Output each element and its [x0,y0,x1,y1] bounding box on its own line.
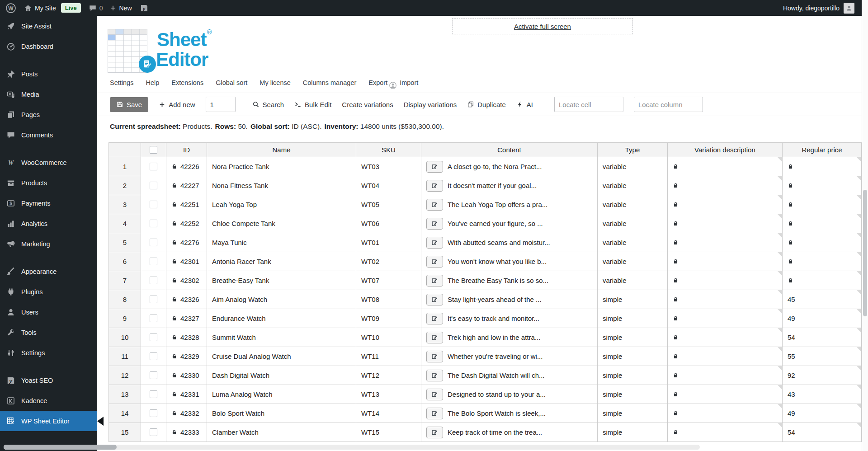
content-cell[interactable]: Whether you're traveling or wi... [421,347,598,366]
row-number[interactable]: 13 [108,385,141,404]
id-cell[interactable]: 42331 [166,385,207,404]
regular-price-cell[interactable]: 49 [783,404,862,423]
open-content-editor-button[interactable] [426,427,443,438]
type-cell[interactable]: variable [598,195,668,214]
variation-description-cell[interactable] [668,328,783,347]
row-checkbox[interactable] [150,258,157,265]
variation-description-cell[interactable] [668,404,783,423]
menu-item-help[interactable]: Help [146,79,159,86]
open-content-editor-button[interactable] [426,218,443,230]
activate-fullscreen-link[interactable]: Activate full screen [514,23,571,30]
sidebar-item-marketing[interactable]: Marketing [0,234,97,254]
id-cell[interactable]: 42226 [166,157,207,176]
row-checkbox[interactable] [150,409,157,417]
row-checkbox[interactable] [150,163,157,170]
type-cell[interactable]: simple [598,309,668,328]
sku-cell[interactable]: WT04 [356,176,421,195]
variation-description-cell[interactable] [668,290,783,309]
id-cell[interactable]: 42301 [166,252,207,271]
row-number[interactable]: 11 [108,347,141,366]
rows-count-input[interactable] [206,97,236,112]
row-checkbox[interactable] [150,371,157,379]
id-cell[interactable]: 42327 [166,309,207,328]
sidebar-item-yoast-seo[interactable]: Yoast SEO [0,370,97,390]
duplicate-button[interactable]: Duplicate [467,101,506,108]
variation-description-cell[interactable] [668,309,783,328]
yoast-badge-icon[interactable] [140,4,149,13]
id-cell[interactable]: 42326 [166,290,207,309]
type-cell[interactable]: simple [598,290,668,309]
locate-column-input[interactable] [634,97,703,112]
open-content-editor-button[interactable] [426,370,443,381]
menu-item-global-sort[interactable]: Global sort [216,79,247,86]
open-content-editor-button[interactable] [426,275,443,287]
row-number[interactable]: 10 [108,328,141,347]
sidebar-item-posts[interactable]: Posts [0,64,97,84]
regular-price-cell[interactable]: 92 [783,366,862,385]
sku-cell[interactable]: WT06 [356,214,421,233]
type-cell[interactable]: simple [598,366,668,385]
sidebar-item-site-assist[interactable]: Site Assist [0,16,97,36]
sku-cell[interactable]: WT12 [356,366,421,385]
sku-cell[interactable]: WT13 [356,385,421,404]
sidebar-item-appearance[interactable]: Appearance [0,261,97,282]
sidebar-item-media[interactable]: Media [0,84,97,104]
row-checkbox[interactable] [150,182,157,189]
open-content-editor-button[interactable] [426,332,443,343]
row-number[interactable]: 12 [108,366,141,385]
id-cell[interactable]: 42251 [166,195,207,214]
wordpress-icon[interactable] [5,3,16,14]
open-content-editor-button[interactable] [426,199,443,211]
sidebar-item-kadence[interactable]: Kadence [0,390,97,411]
type-cell[interactable]: variable [598,271,668,290]
menu-item-import[interactable]: Import [400,79,418,86]
id-cell[interactable]: 42329 [166,347,207,366]
regular-price-cell[interactable] [783,214,862,233]
variation-description-cell[interactable] [668,214,783,233]
row-number[interactable]: 4 [108,214,141,233]
sidebar-item-analytics[interactable]: Analytics [0,213,97,234]
sku-cell[interactable]: WT09 [356,309,421,328]
open-content-editor-button[interactable] [426,237,443,249]
id-cell[interactable]: 42227 [166,176,207,195]
row-checkbox[interactable] [150,334,157,341]
name-cell[interactable]: Dash Digital Watch [207,366,356,385]
regular-price-cell[interactable]: 45 [783,290,862,309]
name-cell[interactable]: Bolo Sport Watch [207,404,356,423]
regular-price-cell[interactable]: 43 [783,385,862,404]
row-checkbox[interactable] [150,428,157,436]
content-cell[interactable]: You've earned your figure, so ... [421,214,598,233]
name-cell[interactable]: Antonia Racer Tank [207,252,356,271]
profile-icon[interactable] [389,81,397,89]
menu-item-columns-manager[interactable]: Columns manager [303,79,356,86]
name-cell[interactable]: Maya Tunic [207,233,356,252]
type-cell[interactable]: variable [598,252,668,271]
content-cell[interactable]: The Leah Yoga Top offers a pra... [421,195,598,214]
type-cell[interactable]: simple [598,404,668,423]
variation-description-cell[interactable] [668,423,783,442]
content-cell[interactable]: Keep track of time on the trea... [421,423,598,442]
open-content-editor-button[interactable] [426,313,443,324]
row-number[interactable]: 2 [108,176,141,195]
regular-price-cell[interactable]: 49 [783,309,862,328]
content-cell[interactable]: The Dash Digital Watch will ch... [421,366,598,385]
row-checkbox[interactable] [150,296,157,303]
row-checkbox[interactable] [150,239,157,246]
row-number[interactable]: 8 [108,290,141,309]
row-number[interactable]: 1 [108,157,141,176]
name-cell[interactable]: Nora Practice Tank [207,157,356,176]
type-cell[interactable]: simple [598,347,668,366]
menu-item-settings[interactable]: Settings [110,79,133,86]
horizontal-scrollbar[interactable] [4,445,700,450]
comments-indicator[interactable]: 0 [89,4,103,12]
select-all-checkbox[interactable] [150,146,157,154]
id-cell[interactable]: 42330 [166,366,207,385]
search-button[interactable]: Search [252,101,284,108]
type-cell[interactable]: simple [598,385,668,404]
variation-description-cell[interactable] [668,385,783,404]
open-content-editor-button[interactable] [426,256,443,268]
row-number[interactable]: 14 [108,404,141,423]
row-number[interactable]: 15 [108,423,141,442]
row-checkbox[interactable] [150,390,157,398]
content-cell[interactable]: Trek high and low in the attra... [421,328,598,347]
